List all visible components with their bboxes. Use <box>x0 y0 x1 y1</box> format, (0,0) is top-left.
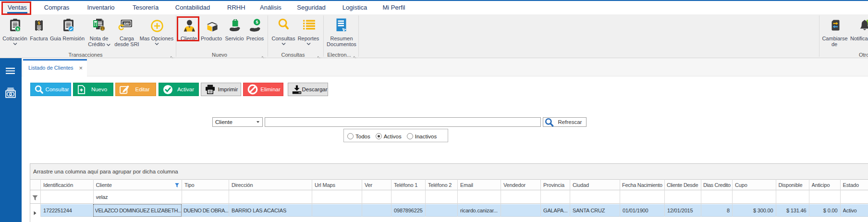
svg-text:$: $ <box>101 27 103 31</box>
svg-text:$: $ <box>17 27 19 31</box>
svg-text:$: $ <box>37 21 40 25</box>
svg-text:$: $ <box>256 19 258 25</box>
svg-text:SRI: SRI <box>123 22 130 26</box>
